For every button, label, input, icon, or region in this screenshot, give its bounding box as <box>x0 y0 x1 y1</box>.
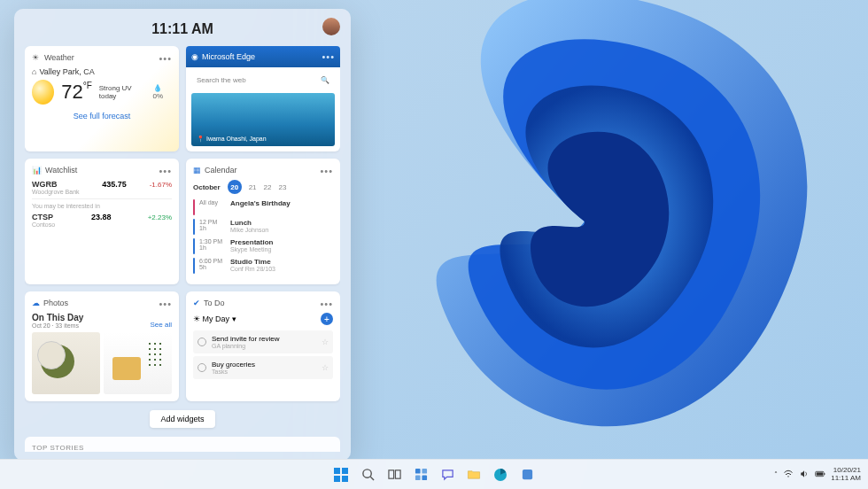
edge-icon: ◉ <box>191 52 198 61</box>
stock-change: -1.67% <box>150 181 172 189</box>
task-view-button[interactable] <box>384 464 405 485</box>
svg-rect-8 <box>415 469 420 474</box>
svg-rect-15 <box>817 472 823 475</box>
widget-more-icon[interactable]: ••• <box>159 166 172 176</box>
stock-change: +2.23% <box>148 213 172 221</box>
panel-clock: 11:11 AM <box>151 21 213 37</box>
event-sub: Mike Johnson <box>230 227 268 233</box>
calendar-day[interactable]: 20 <box>228 180 242 194</box>
widget-more-icon[interactable]: ••• <box>159 53 172 64</box>
photo-thumbnail[interactable] <box>32 332 100 394</box>
news-widget[interactable]: TOP STORIES USA Today · 2 mins One of th… <box>25 437 340 452</box>
svg-rect-2 <box>334 476 340 482</box>
task-checkbox[interactable] <box>198 338 206 346</box>
widget-more-icon[interactable]: ••• <box>159 299 172 309</box>
event-title: Angela's Birthday <box>230 199 291 207</box>
star-icon[interactable]: ☆ <box>322 338 329 346</box>
stock-row[interactable]: CTSPContoso 23.88 +2.23% <box>32 213 172 228</box>
svg-rect-3 <box>342 476 348 482</box>
task-sub: GA planning <box>212 343 279 349</box>
star-icon[interactable]: ☆ <box>322 363 329 372</box>
search-button[interactable] <box>357 464 378 485</box>
chevron-up-icon[interactable]: ˄ <box>774 470 778 478</box>
calendar-event[interactable]: All dayAngela's Birthday <box>193 199 333 215</box>
event-time: 12 PM <box>199 219 217 225</box>
task-title: Send invite for review <box>212 335 279 343</box>
calendar-day[interactable]: 21 <box>249 183 257 191</box>
edge-widget[interactable]: ◉Microsoft Edge ••• Search the web🔍 📍 Iw… <box>186 46 340 151</box>
widget-more-icon[interactable]: ••• <box>322 51 335 62</box>
edge-button[interactable] <box>490 464 511 485</box>
stock-symbol: WGRB <box>32 180 80 189</box>
svg-rect-7 <box>395 470 400 478</box>
add-task-button[interactable]: + <box>321 313 333 325</box>
calendar-event[interactable]: 1:30 PM1hPresentationSkype Meeting <box>193 238 333 254</box>
svg-point-4 <box>362 470 370 477</box>
event-time: 1:30 PM <box>199 238 222 244</box>
todo-card-title: To Do <box>204 299 225 307</box>
todo-task[interactable]: Send invite for reviewGA planning☆ <box>193 330 333 353</box>
edge-search-input[interactable]: Search the web🔍 <box>191 73 335 88</box>
task-title: Buy groceries <box>212 361 255 369</box>
taskbar-center <box>330 464 538 485</box>
photos-title: On This Day <box>32 313 83 322</box>
calendar-day[interactable]: 23 <box>278 183 286 191</box>
stock-row[interactable]: WGRBWoodgrove Bank 435.75 -1.67% <box>32 180 172 195</box>
user-avatar[interactable] <box>322 18 340 35</box>
event-sub: Skype Meeting <box>230 246 273 252</box>
todo-list-name[interactable]: ☀ My Day ▾ <box>193 314 236 323</box>
taskbar: ˄ 10/20/21 11:11 AM <box>0 459 868 489</box>
start-button[interactable] <box>330 464 352 485</box>
photos-widget[interactable]: ••• ☁Photos On This DayOct 20 · 33 items… <box>25 291 179 401</box>
event-title: Presentation <box>230 238 273 246</box>
stock-price: 435.75 <box>102 180 127 189</box>
taskbar-system-tray[interactable]: ˄ 10/20/21 11:11 AM <box>774 467 861 483</box>
calendar-title: Calendar <box>205 166 237 175</box>
todo-widget[interactable]: ••• ✔To Do ☀ My Day ▾ + Send invite for … <box>186 291 340 401</box>
calendar-day[interactable]: 22 <box>264 183 272 191</box>
news-section-label: TOP STORIES <box>32 444 333 452</box>
taskbar-clock[interactable]: 10/20/21 11:11 AM <box>831 467 861 483</box>
location-pin-icon: ⌂ <box>32 67 36 76</box>
battery-icon[interactable] <box>815 469 825 481</box>
watchlist-widget[interactable]: ••• 📊Watchlist WGRBWoodgrove Bank 435.75… <box>25 159 179 284</box>
edge-title: Microsoft Edge <box>202 52 255 61</box>
stock-name: Woodgrove Bank <box>32 189 80 195</box>
widget-more-icon[interactable]: ••• <box>320 299 333 309</box>
pinned-app-button[interactable] <box>516 464 538 485</box>
see-all-link[interactable]: See all <box>151 321 172 329</box>
file-explorer-button[interactable] <box>463 464 484 485</box>
stock-price: 23.88 <box>91 213 112 221</box>
weather-precip: 💧 0% <box>153 84 172 100</box>
svg-rect-11 <box>422 475 427 480</box>
wifi-icon[interactable] <box>783 469 794 481</box>
calendar-event[interactable]: 6:00 PM5hStudio TimeConf Rm 28/103 <box>193 258 333 274</box>
task-sub: Tasks <box>212 369 255 375</box>
add-widgets-button[interactable]: Add widgets <box>150 410 214 428</box>
svg-rect-9 <box>422 469 427 474</box>
chat-button[interactable] <box>437 464 458 485</box>
forecast-link[interactable]: See full forecast <box>32 112 172 120</box>
widgets-button[interactable] <box>410 464 431 485</box>
calendar-widget[interactable]: ••• ▦Calendar October 20 21 22 23 All da… <box>186 159 340 284</box>
taskbar-time: 11:11 AM <box>831 475 861 483</box>
weather-temp: 72°F <box>61 81 92 104</box>
svg-line-5 <box>370 477 374 480</box>
edge-image: 📍 Iwama Ohashi, Japan <box>191 93 335 146</box>
widget-more-icon[interactable]: ••• <box>320 166 333 176</box>
svg-rect-16 <box>825 473 825 475</box>
calendar-icon: ▦ <box>193 166 201 175</box>
photo-thumbnail[interactable] <box>104 332 172 394</box>
task-checkbox[interactable] <box>198 363 206 372</box>
volume-icon[interactable] <box>799 469 810 481</box>
weather-widget[interactable]: ••• ☀Weather ⌂Valley Park, CA 72°F Stron… <box>25 46 179 151</box>
calendar-event[interactable]: 12 PM1hLunchMike Johnson <box>193 219 333 235</box>
event-sub: Conf Rm 28/103 <box>230 266 275 272</box>
svg-rect-6 <box>388 470 393 478</box>
event-title: Studio Time <box>230 258 275 266</box>
weather-condition: Strong UV today <box>99 84 146 100</box>
sun-icon <box>32 80 54 105</box>
photos-sub: Oct 20 · 33 items <box>32 322 83 329</box>
stock-symbol: CTSP <box>32 213 55 221</box>
todo-task[interactable]: Buy groceriesTasks☆ <box>193 356 333 379</box>
